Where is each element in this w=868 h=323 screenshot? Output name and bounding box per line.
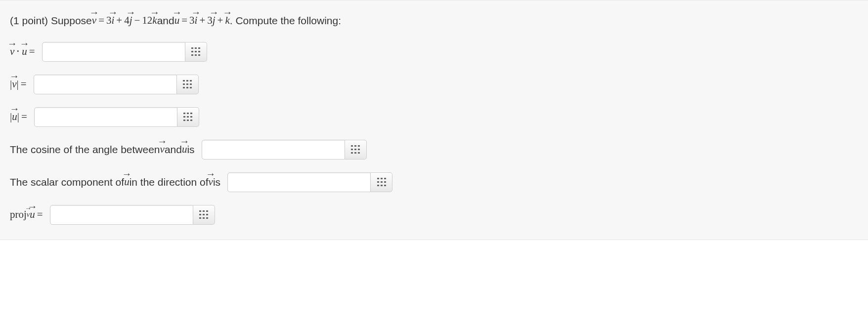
- keypad-icon: [351, 145, 360, 154]
- svg-rect-50: [206, 214, 208, 215]
- svg-rect-13: [186, 83, 188, 85]
- svg-rect-39: [377, 181, 379, 183]
- unit-j: j→: [130, 12, 132, 29]
- answer-input-mag-v[interactable]: [34, 75, 177, 94]
- vector-u-symbol: u→: [174, 12, 180, 29]
- equation-editor-button[interactable]: [371, 172, 392, 192]
- equation-editor-button[interactable]: [345, 140, 367, 160]
- svg-rect-17: [190, 87, 192, 88]
- label-dot-product: v→ ⋅ u→ =: [10, 43, 37, 60]
- equation-editor-button[interactable]: [177, 75, 199, 94]
- unit-k: k→: [152, 12, 157, 29]
- svg-rect-37: [381, 178, 383, 179]
- points-label: (1 point): [10, 12, 48, 29]
- label-mag-v: |v→| =: [10, 76, 29, 93]
- prompt-lead: Suppose: [51, 12, 92, 29]
- row-scalar-component: The scalar component of u→ in the direct…: [10, 172, 858, 192]
- keypad-icon: [377, 178, 386, 186]
- keypad-icon: [199, 210, 208, 219]
- row-cosine: The cosine of the angle between v→ and u…: [10, 140, 858, 160]
- svg-rect-38: [384, 178, 386, 179]
- svg-rect-14: [190, 83, 192, 85]
- svg-rect-7: [195, 54, 197, 56]
- svg-rect-22: [187, 116, 189, 118]
- svg-rect-48: [199, 214, 201, 215]
- svg-rect-0: [191, 47, 193, 49]
- unit-j: j→: [213, 12, 216, 29]
- svg-rect-42: [377, 185, 379, 186]
- svg-rect-30: [351, 149, 353, 150]
- svg-rect-25: [187, 120, 189, 121]
- svg-rect-15: [183, 87, 185, 88]
- answer-input-mag-u[interactable]: [34, 107, 177, 127]
- svg-rect-35: [358, 152, 360, 154]
- row-mag-v: |v→| =: [10, 75, 858, 94]
- svg-rect-1: [195, 47, 197, 49]
- svg-rect-41: [384, 181, 386, 183]
- equation-editor-button[interactable]: [193, 205, 215, 225]
- svg-rect-12: [183, 83, 185, 85]
- svg-rect-3: [191, 51, 193, 52]
- problem-container: (1 point) Suppose v→ = 3i→ + 4j→ − 12k→ …: [0, 0, 868, 240]
- svg-rect-5: [198, 51, 200, 52]
- keypad-icon: [183, 113, 192, 121]
- svg-rect-27: [351, 145, 353, 147]
- keypad-icon: [183, 80, 192, 88]
- svg-rect-21: [183, 116, 185, 118]
- svg-rect-34: [354, 152, 356, 154]
- svg-rect-53: [206, 217, 208, 219]
- vector-v-symbol: v→: [92, 12, 96, 29]
- keypad-icon: [191, 47, 200, 56]
- svg-rect-46: [203, 210, 205, 212]
- svg-rect-44: [384, 185, 386, 186]
- equation-editor-button[interactable]: [185, 42, 207, 62]
- svg-rect-33: [351, 152, 353, 154]
- svg-rect-8: [198, 54, 200, 56]
- label-mag-u: |u→| =: [10, 109, 29, 125]
- svg-rect-6: [191, 54, 193, 56]
- svg-rect-47: [206, 210, 208, 212]
- answer-input-cosine[interactable]: [202, 140, 345, 160]
- answer-input-scalar-component[interactable]: [227, 172, 371, 192]
- svg-rect-2: [198, 47, 200, 49]
- unit-i: i→: [111, 12, 114, 29]
- answer-input-dot-product[interactable]: [42, 42, 185, 62]
- svg-rect-45: [199, 210, 201, 212]
- svg-rect-29: [358, 145, 360, 147]
- unit-k: k→: [225, 12, 229, 29]
- svg-rect-4: [195, 51, 197, 52]
- row-mag-u: |u→| =: [10, 107, 858, 127]
- row-projection: projv→u→ =: [10, 205, 858, 225]
- svg-rect-28: [354, 145, 356, 147]
- svg-rect-10: [186, 80, 188, 81]
- svg-rect-9: [183, 80, 185, 81]
- svg-rect-24: [183, 120, 185, 121]
- svg-rect-36: [377, 178, 379, 179]
- svg-rect-26: [190, 120, 192, 121]
- svg-rect-40: [381, 181, 383, 183]
- svg-rect-31: [354, 149, 356, 150]
- label-projection: projv→u→ =: [10, 206, 45, 223]
- svg-rect-52: [203, 217, 205, 219]
- svg-rect-51: [199, 217, 201, 219]
- unit-i: i→: [195, 12, 198, 29]
- svg-rect-49: [203, 214, 205, 215]
- svg-rect-23: [190, 116, 192, 118]
- label-cosine: The cosine of the angle between v→ and u…: [10, 141, 195, 158]
- svg-rect-16: [186, 87, 188, 88]
- row-dot-product: v→ ⋅ u→ =: [10, 42, 858, 62]
- svg-rect-20: [190, 113, 192, 114]
- problem-statement: (1 point) Suppose v→ = 3i→ + 4j→ − 12k→ …: [10, 12, 858, 29]
- svg-rect-43: [381, 185, 383, 186]
- label-scalar-component: The scalar component of u→ in the direct…: [10, 174, 220, 191]
- svg-rect-19: [187, 113, 189, 114]
- svg-rect-11: [190, 80, 192, 81]
- answer-input-projection[interactable]: [50, 205, 193, 225]
- svg-rect-32: [358, 149, 360, 150]
- equation-editor-button[interactable]: [177, 107, 199, 127]
- svg-rect-18: [183, 113, 185, 114]
